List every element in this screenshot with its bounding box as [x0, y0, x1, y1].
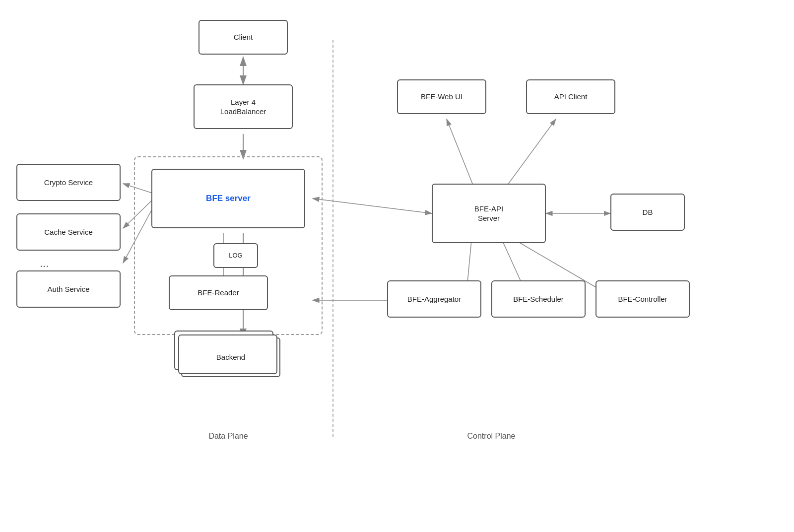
- backend-box: Backend: [181, 337, 280, 377]
- backend-label: Backend: [216, 352, 245, 362]
- api-client-box: API Client: [526, 79, 615, 114]
- bfe-api-label: BFE-APIServer: [474, 204, 503, 223]
- api-client-label: API Client: [554, 92, 588, 102]
- bfe-web-ui-label: BFE-Web UI: [421, 92, 463, 102]
- svg-line-14: [447, 119, 476, 194]
- log-box: LOG: [213, 243, 258, 268]
- arrows-svg: [0, 0, 794, 532]
- bfe-controller-label: BFE-Controller: [618, 294, 667, 304]
- auth-box: Auth Service: [16, 270, 121, 308]
- bfe-aggregator-box: BFE-Aggregator: [387, 280, 481, 318]
- svg-line-12: [313, 199, 432, 213]
- db-box: DB: [610, 194, 685, 231]
- lb-label: Layer 4LoadBalancer: [220, 97, 266, 117]
- auth-label: Auth Service: [47, 284, 89, 294]
- bfe-scheduler-box: BFE-Scheduler: [491, 280, 586, 318]
- bfe-controller-box: BFE-Controller: [596, 280, 690, 318]
- crypto-box: Crypto Service: [16, 164, 121, 201]
- cache-label: Cache Service: [44, 227, 93, 237]
- control-plane-label: Control Plane: [397, 432, 586, 441]
- bfe-reader-label: BFE-Reader: [198, 288, 239, 298]
- divider-line: [332, 40, 333, 437]
- crypto-label: Crypto Service: [44, 178, 93, 188]
- lb-box: Layer 4LoadBalancer: [194, 84, 293, 129]
- bfe-api-box: BFE-APIServer: [432, 184, 546, 243]
- bfe-server-box: BFE server: [151, 169, 305, 228]
- bfe-scheduler-label: BFE-Scheduler: [513, 294, 564, 304]
- diagram-container: Client Layer 4LoadBalancer BFE server LO…: [0, 0, 794, 532]
- cache-box: Cache Service: [16, 213, 121, 251]
- svg-line-15: [501, 119, 556, 194]
- dots-label: ...: [40, 257, 49, 270]
- bfe-aggregator-label: BFE-Aggregator: [407, 294, 461, 304]
- data-plane-label: Data Plane: [134, 432, 323, 441]
- client-box: Client: [198, 20, 288, 55]
- log-label: LOG: [229, 252, 242, 260]
- bfe-reader-box: BFE-Reader: [169, 275, 268, 310]
- client-label: Client: [234, 32, 253, 42]
- db-label: DB: [643, 207, 653, 217]
- bfe-web-ui-box: BFE-Web UI: [397, 79, 486, 114]
- bfe-server-label: BFE server: [206, 193, 251, 204]
